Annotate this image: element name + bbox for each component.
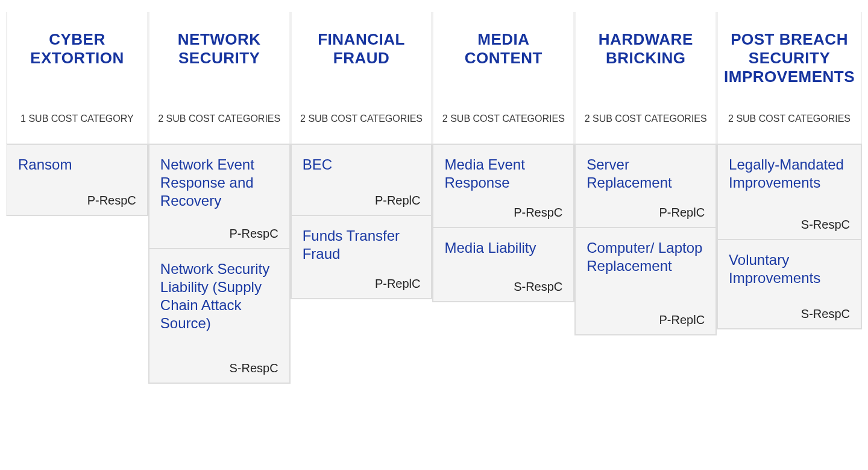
column-header: POST BREACH SECURITY IMPROVEMENTS 2 SUB … bbox=[717, 12, 862, 145]
card-title: Voluntary Improvements bbox=[729, 251, 850, 287]
card-tag: P-RespC bbox=[18, 194, 136, 208]
card-legally-mandated-improvements: Legally-Mandated Improvements S-RespC bbox=[717, 144, 862, 240]
card-ransom: Ransom P-RespC bbox=[6, 144, 148, 216]
card-title: Network Security Liability (Supply Chain… bbox=[160, 260, 278, 332]
card-network-security-liability: Network Security Liability (Supply Chain… bbox=[148, 248, 291, 384]
column-network-security: NETWORK SECURITY 2 SUB COST CATEGORIES N… bbox=[148, 12, 291, 384]
card-server-replacement: Server Replacement P-ReplC bbox=[574, 144, 717, 228]
column-subtitle: 2 SUB COST CATEGORIES bbox=[439, 113, 567, 132]
column-title: NETWORK SECURITY bbox=[156, 30, 283, 68]
column-header: CYBER EXTORTION 1 SUB COST CATEGORY bbox=[6, 12, 148, 145]
card-tag: P-RespC bbox=[160, 227, 278, 241]
card-tag: S-RespC bbox=[444, 280, 562, 294]
column-title: FINANCIAL FRAUD bbox=[298, 30, 426, 68]
card-tag: S-RespC bbox=[160, 361, 278, 375]
column-subtitle: 2 SUB COST CATEGORIES bbox=[582, 113, 709, 132]
card-voluntary-improvements: Voluntary Improvements S-RespC bbox=[717, 239, 862, 329]
card-tag: P-ReplC bbox=[303, 194, 421, 208]
column-subtitle: 2 SUB COST CATEGORIES bbox=[298, 113, 426, 132]
column-financial-fraud: FINANCIAL FRAUD 2 SUB COST CATEGORIES BE… bbox=[291, 12, 433, 384]
column-header: MEDIA CONTENT 2 SUB COST CATEGORIES bbox=[432, 12, 574, 145]
column-title: POST BREACH SECURITY IMPROVEMENTS bbox=[724, 30, 855, 87]
column-title: CYBER EXTORTION bbox=[13, 30, 141, 68]
card-title: BEC bbox=[303, 156, 421, 174]
column-subtitle: 2 SUB COST CATEGORIES bbox=[724, 113, 855, 132]
column-subtitle: 2 SUB COST CATEGORIES bbox=[156, 113, 283, 132]
card-bec: BEC P-ReplC bbox=[291, 144, 433, 216]
card-title: Network Event Response and Recovery bbox=[160, 156, 278, 210]
column-title: HARDWARE BRICKING bbox=[582, 30, 709, 68]
column-media-content: MEDIA CONTENT 2 SUB COST CATEGORIES Medi… bbox=[432, 12, 574, 384]
column-hardware-bricking: HARDWARE BRICKING 2 SUB COST CATEGORIES … bbox=[574, 12, 717, 384]
column-header: FINANCIAL FRAUD 2 SUB COST CATEGORIES bbox=[291, 12, 433, 145]
card-title: Media Event Response bbox=[444, 156, 562, 192]
card-title: Server Replacement bbox=[587, 156, 705, 192]
category-grid: CYBER EXTORTION 1 SUB COST CATEGORY Rans… bbox=[6, 12, 862, 384]
column-header: HARDWARE BRICKING 2 SUB COST CATEGORIES bbox=[574, 12, 717, 145]
card-tag: P-ReplC bbox=[303, 277, 421, 291]
column-post-breach-security-improvements: POST BREACH SECURITY IMPROVEMENTS 2 SUB … bbox=[717, 12, 862, 384]
card-media-liability: Media Liability S-RespC bbox=[432, 227, 574, 302]
card-network-event-response: Network Event Response and Recovery P-Re… bbox=[148, 144, 291, 249]
card-title: Ransom bbox=[18, 156, 136, 174]
card-tag: S-RespC bbox=[729, 307, 850, 321]
card-tag: P-ReplC bbox=[587, 313, 705, 327]
card-tag: P-ReplC bbox=[587, 206, 705, 220]
card-tag: S-RespC bbox=[729, 218, 850, 232]
card-title: Funds Transfer Fraud bbox=[303, 227, 421, 263]
card-media-event-response: Media Event Response P-RespC bbox=[432, 144, 574, 228]
card-computer-laptop-replacement: Computer/ Laptop Replacement P-ReplC bbox=[574, 227, 717, 335]
column-cyber-extortion: CYBER EXTORTION 1 SUB COST CATEGORY Rans… bbox=[6, 12, 148, 384]
card-title: Media Liability bbox=[444, 239, 562, 257]
card-funds-transfer-fraud: Funds Transfer Fraud P-ReplC bbox=[291, 215, 433, 299]
column-title: MEDIA CONTENT bbox=[439, 30, 567, 68]
column-header: NETWORK SECURITY 2 SUB COST CATEGORIES bbox=[148, 12, 291, 145]
card-tag: P-RespC bbox=[444, 206, 562, 220]
column-subtitle: 1 SUB COST CATEGORY bbox=[13, 113, 141, 132]
card-title: Computer/ Laptop Replacement bbox=[587, 239, 705, 275]
card-title: Legally-Mandated Improvements bbox=[729, 156, 850, 192]
